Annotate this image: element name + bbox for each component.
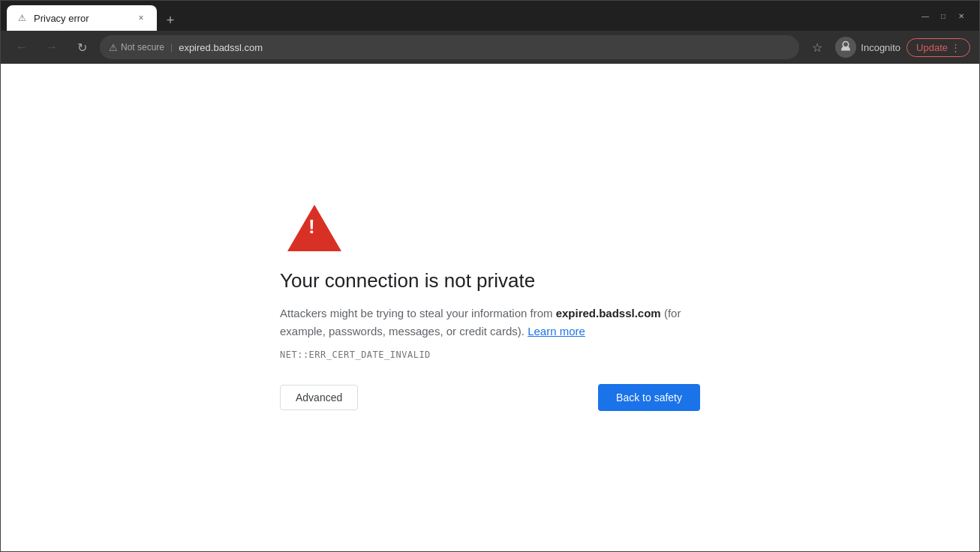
error-description: Attackers might be trying to steal your … xyxy=(280,304,700,340)
update-button-label: Update xyxy=(916,42,948,53)
update-button[interactable]: Update ⋮ xyxy=(906,38,970,57)
warning-triangle xyxy=(287,205,341,251)
tab-close-button[interactable]: × xyxy=(134,11,148,25)
forward-button[interactable]: → xyxy=(40,35,64,59)
address-bar[interactable]: ⚠ Not secure | expired.badssl.com xyxy=(100,35,799,59)
browser-window: ⚠ Privacy error × + — □ ✕ ← → ↻ ⚠ Not se… xyxy=(0,0,980,552)
warning-triangle-icon: ⚠ xyxy=(109,42,118,53)
window-controls: — □ ✕ xyxy=(919,10,973,22)
reload-button[interactable]: ↻ xyxy=(70,35,94,59)
new-tab-button[interactable]: + xyxy=(160,10,181,31)
url-display: expired.badssl.com xyxy=(179,42,263,53)
back-button[interactable]: ← xyxy=(10,35,34,59)
tab-title: Privacy error xyxy=(34,13,128,24)
bookmark-star-button[interactable]: ☆ xyxy=(805,35,829,59)
learn-more-link[interactable]: Learn more xyxy=(528,325,585,338)
not-secure-label: Not secure xyxy=(121,42,164,52)
description-prefix: Attackers might be trying to steal your … xyxy=(280,307,556,320)
address-divider: | xyxy=(170,42,173,52)
error-domain: expired.badssl.com xyxy=(556,307,661,320)
incognito-button[interactable]: Incognito xyxy=(835,37,900,58)
not-secure-indicator: ⚠ Not secure xyxy=(109,42,164,53)
browser-toolbar: ← → ↻ ⚠ Not secure | expired.badssl.com … xyxy=(1,31,979,64)
update-menu-icon: ⋮ xyxy=(951,42,960,53)
button-row: Advanced Back to safety xyxy=(280,384,700,411)
minimize-button[interactable]: — xyxy=(919,10,931,22)
close-button[interactable]: ✕ xyxy=(955,10,967,22)
back-to-safety-button[interactable]: Back to safety xyxy=(598,384,700,411)
maximize-button[interactable]: □ xyxy=(937,10,949,22)
error-title: Your connection is not private xyxy=(280,269,535,292)
toolbar-right: ☆ Incognito Update ⋮ xyxy=(805,35,970,59)
title-bar: ⚠ Privacy error × + — □ ✕ xyxy=(1,1,979,31)
incognito-icon xyxy=(835,37,856,58)
error-code: NET::ERR_CERT_DATE_INVALID xyxy=(280,350,431,360)
page-content: Your connection is not private Attackers… xyxy=(1,64,979,551)
advanced-button[interactable]: Advanced xyxy=(280,385,358,410)
tab-favicon-icon: ⚠ xyxy=(16,12,28,24)
warning-icon xyxy=(287,205,341,251)
incognito-label: Incognito xyxy=(861,42,900,53)
error-container: Your connection is not private Attackers… xyxy=(265,175,715,441)
tab-strip: ⚠ Privacy error × + xyxy=(7,1,919,31)
active-tab[interactable]: ⚠ Privacy error × xyxy=(7,5,157,31)
